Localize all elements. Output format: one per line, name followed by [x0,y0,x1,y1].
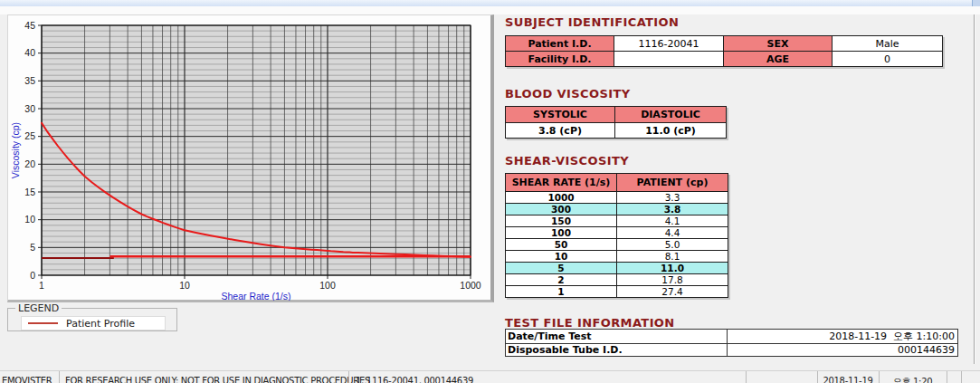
patient-viscosity-value: 4.1 [617,215,728,227]
window-band [0,6,980,14]
patient-cp-header: PATIENT (cp) [617,174,728,192]
shear-viscosity-table: SHEAR RATE (1/s) PATIENT (cp) 1000 3.3 3… [505,173,728,298]
table-row: 2 17.8 [506,274,728,286]
svg-text:10: 10 [179,280,190,291]
table-row: 3.8 (cP) 11.0 (cP) [506,123,727,139]
shear-rate-value: 1000 [506,192,617,204]
shear-rate-value: 5 [506,263,617,274]
status-bar: EMOVISTER FOR RESEARCH USE ONLY: NOT FOR… [0,370,980,383]
date-time-test-label: Date/Time Test [506,330,728,344]
patient-viscosity-value: 17.8 [617,274,728,286]
patient-viscosity-value: 27.4 [617,286,728,298]
status-divider [879,371,880,383]
date-time-test-value: 2018-11-19 오후 1:10:00 [728,330,958,344]
patient-profile-line-swatch [28,322,58,324]
status-record-info: 1, 1116-20041, 000144639 [356,376,473,383]
patient-viscosity-value: 3.8 [617,204,728,215]
window-top-strip-edge [972,0,980,6]
svg-text:45: 45 [24,20,35,31]
blood-viscosity-table: SYSTOLIC DIASTOLIC 3.8 (cP) 11.0 (cP) [505,106,727,139]
patient-id-label: Patient I.D. [506,36,614,52]
chart-legend: LEGEND Patient Profile [7,302,177,331]
status-divider [961,371,962,383]
table-row: Patient I.D. 1116-20041 SEX Male [506,36,943,52]
svg-text:1: 1 [39,280,44,291]
sex-value: Male [833,36,943,52]
shear-rate-value: 100 [506,227,617,239]
table-row: 5 11.0 [506,263,728,274]
status-divider [59,371,60,383]
svg-text:15: 15 [24,187,35,197]
status-research-disclaimer: FOR RESEARCH USE ONLY: NOT FOR USE IN DI… [65,376,370,383]
svg-text:5: 5 [30,242,35,253]
diastolic-value: 11.0 (cP) [615,123,727,139]
shear-rate-value: 50 [506,239,617,251]
hemovister-report-screen: 0510152025303540451101001000Viscosity (c… [0,0,980,383]
svg-text:20: 20 [24,158,35,169]
patient-viscosity-value: 4.4 [617,227,728,239]
svg-text:25: 25 [24,130,35,141]
status-divider [817,371,818,383]
patient-viscosity-value: 3.3 [617,192,728,204]
table-row: 10 8.1 [506,251,728,263]
patient-viscosity-value: 5.0 [617,239,728,251]
status-divider [746,371,747,383]
patient-id-value: 1116-20041 [614,36,724,52]
diastolic-header: DIASTOLIC [615,107,727,123]
svg-text:10: 10 [24,214,35,225]
shear-rate-header: SHEAR RATE (1/s) [506,174,617,192]
table-row: 300 3.8 [506,204,728,215]
svg-text:0: 0 [30,270,35,281]
test-file-information-title: TEST FILE INFORMATION [505,316,675,330]
age-value: 0 [833,52,943,67]
table-row: 1000 3.3 [506,192,728,204]
subject-identification-table: Patient I.D. 1116-20041 SEX Male Facilit… [505,35,943,67]
window-edge-highlight [975,14,975,364]
table-row: Date/Time Test 2018-11-19 오후 1:10:00 [506,330,958,344]
patient-viscosity-value: 8.1 [617,251,728,263]
shear-rate-value: 2 [506,274,617,286]
age-label: AGE [724,52,833,67]
shear-rate-value: 300 [506,204,617,215]
legend-entry-label: Patient Profile [66,318,135,330]
subject-identification-title: SUBJECT IDENTIFICATION [505,15,679,29]
shear-viscosity-title: SHEAR-VISCOSITY [505,154,629,168]
svg-text:1000: 1000 [460,280,481,291]
x-axis-title: Shear Rate (1/s) [221,291,290,301]
patient-viscosity-value: 11.0 [617,263,728,274]
shear-rate-value: 10 [506,251,617,263]
table-row: 1 27.4 [506,286,728,298]
shear-rate-value: 1 [506,286,617,298]
shear-rate-value: 150 [506,215,617,227]
svg-text:35: 35 [24,75,35,86]
window-top-strip [0,0,980,6]
svg-text:100: 100 [319,280,336,291]
status-app-name: EMOVISTER [2,376,52,383]
disposable-tube-id-value: 000144639 [728,344,958,357]
table-row: Facility I.D. AGE 0 [506,52,943,67]
status-divider [947,371,947,383]
y-axis-title: Viscosity (cp) [10,122,21,178]
status-date: 2018-11-19 [817,376,879,383]
status-divider [348,371,349,383]
table-row: SHEAR RATE (1/s) PATIENT (cp) [506,174,728,192]
table-row: 150 4.1 [506,215,728,227]
table-row: SYSTOLIC DIASTOLIC [506,107,727,123]
viscosity-chart: 0510152025303540451101001000Viscosity (c… [8,15,490,301]
sex-label: SEX [724,36,833,52]
blood-viscosity-title: BLOOD VISCOSITY [505,87,630,101]
table-row: 50 5.0 [506,239,728,251]
legend-title: LEGEND [15,302,62,314]
test-file-information-table: Date/Time Test 2018-11-19 오후 1:10:00 Dis… [505,329,958,357]
table-row: 100 4.4 [506,227,728,239]
systolic-value: 3.8 (cP) [506,123,615,139]
chart-panel: 0510152025303540451101001000Viscosity (c… [7,14,494,302]
status-time: 오후 1:20 [879,376,947,383]
facility-id-value [614,52,724,67]
facility-id-label: Facility I.D. [506,52,614,67]
table-row: Disposable Tube I.D. 000144639 [506,344,958,357]
svg-text:40: 40 [24,47,35,58]
svg-text:30: 30 [24,103,35,114]
legend-entry: Patient Profile [21,316,166,330]
disposable-tube-id-label: Disposable Tube I.D. [506,344,728,357]
